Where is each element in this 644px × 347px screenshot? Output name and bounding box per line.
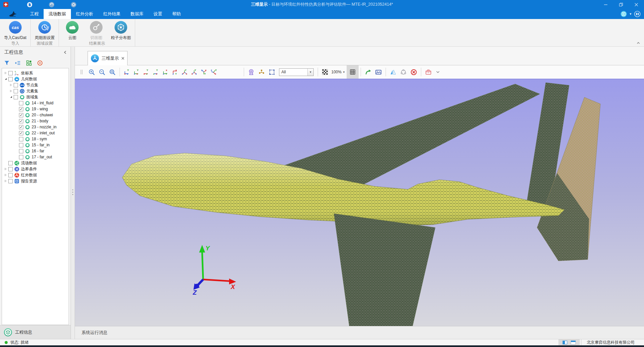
menu-item-6[interactable]: 帮助: [167, 9, 186, 19]
panel-collapse-button[interactable]: [63, 50, 67, 54]
new-document-button[interactable]: [26, 1, 34, 8]
tree-checkbox[interactable]: [8, 77, 13, 81]
locate-target-button[interactable]: [37, 60, 43, 66]
tree-row-9[interactable]: ✓23 - nozzle_in: [2, 124, 69, 130]
tree-row-2[interactable]: 节点集: [2, 82, 69, 88]
view-front-button[interactable]: xzY: [122, 65, 132, 79]
tree-checkbox[interactable]: [19, 137, 23, 141]
tree-checkbox[interactable]: ✓: [19, 113, 23, 117]
tree-checkbox[interactable]: ✓: [19, 125, 23, 129]
tree-checkbox[interactable]: [14, 89, 18, 93]
tree-checkbox[interactable]: [14, 95, 18, 99]
cas-import-button[interactable]: cas导入Cas/Dat: [1, 21, 29, 41]
tree-checkbox[interactable]: [8, 173, 13, 177]
tree-row-11[interactable]: 18 - sym: [2, 136, 69, 142]
tree-collapsed-icon[interactable]: [9, 89, 13, 93]
tree-checkbox[interactable]: [8, 71, 13, 75]
view-top-button[interactable]: zYx: [161, 65, 170, 79]
filter-funnel-button[interactable]: [4, 60, 10, 66]
theme-caret-icon[interactable]: ▼: [629, 12, 632, 16]
view-iso-se-button[interactable]: zxY: [199, 65, 209, 79]
group-view-button[interactable]: [26, 60, 32, 66]
mirror-view-button[interactable]: [388, 65, 398, 79]
panel-footer-tab[interactable]: 工程信息: [0, 325, 71, 339]
panel-splitter[interactable]: [71, 47, 75, 339]
tree-row-6[interactable]: ✓19 - wing: [2, 106, 69, 112]
undo-button[interactable]: [48, 1, 56, 8]
tab-close-button[interactable]: [121, 57, 125, 60]
menu-item-2[interactable]: 红外分析: [71, 9, 98, 19]
close-button[interactable]: [629, 0, 644, 9]
view-right-button[interactable]: zxY: [151, 65, 161, 79]
view-iso-sw-button[interactable]: Yzx: [209, 65, 218, 79]
tree-checkbox[interactable]: [8, 179, 13, 183]
cancel-operation-button[interactable]: [409, 65, 419, 79]
drag-handle-button[interactable]: [77, 65, 87, 79]
menu-item-4[interactable]: 数据库: [126, 9, 149, 19]
collapse-list-button[interactable]: [15, 60, 21, 66]
tree-collapsed-icon[interactable]: [3, 71, 8, 75]
tree-row-17[interactable]: 红外数据: [2, 172, 69, 178]
tree-row-3[interactable]: 元素集: [2, 88, 69, 94]
tree-row-1[interactable]: 几何数据: [2, 76, 69, 82]
ribbon-collapse-button[interactable]: [636, 41, 641, 45]
tree-row-4[interactable]: 面域集: [2, 94, 69, 100]
tree-checkbox[interactable]: [8, 161, 13, 165]
pinned-app-button[interactable]: [2, 1, 10, 8]
view-left-button[interactable]: xzY: [141, 65, 151, 79]
menu-item-1[interactable]: 流场数据: [44, 9, 71, 19]
tree-expanded-icon[interactable]: [9, 95, 13, 99]
tree-row-0[interactable]: Yzx坐标系: [2, 70, 69, 76]
layout-b-button[interactable]: [571, 340, 576, 345]
view-iso-nw-button[interactable]: Yxz: [189, 65, 199, 79]
tree-row-16[interactable]: 边界条件: [2, 166, 69, 172]
display-filter-combo[interactable]: All▼: [279, 68, 314, 76]
tree-collapsed-icon[interactable]: [3, 167, 8, 171]
orbit-rotate-button[interactable]: [398, 65, 409, 79]
tree-checkbox[interactable]: [8, 167, 13, 171]
tree-collapsed-icon[interactable]: [9, 83, 13, 87]
projection-camera-button[interactable]: [246, 65, 256, 79]
particle-map-button[interactable]: 粒子分布图: [108, 21, 134, 41]
tree-checkbox[interactable]: [19, 101, 23, 105]
aircraft-3d-render[interactable]: Y X Z: [75, 79, 644, 326]
tab-3d-display[interactable]: 三维显示: [88, 51, 128, 65]
view-iso-ne-button[interactable]: Yzx: [180, 65, 189, 79]
restore-button[interactable]: [613, 0, 629, 9]
zoom-in-button[interactable]: [87, 65, 97, 79]
save-image-button[interactable]: [373, 65, 384, 79]
tree-row-15[interactable]: 流场数据: [2, 160, 69, 166]
viewport-3d[interactable]: Y X Z: [75, 79, 644, 326]
export-share-button[interactable]: [363, 65, 373, 79]
menu-item-0[interactable]: 工程: [25, 9, 44, 19]
tree-collapsed-icon[interactable]: [3, 179, 8, 183]
tree-checkbox[interactable]: [19, 155, 23, 159]
tree-row-14[interactable]: 17 - far_out: [2, 154, 69, 160]
view-bottom-button[interactable]: zYx: [170, 65, 180, 79]
period-plane-button[interactable]: 周期面设置: [32, 21, 57, 41]
particle-select-button[interactable]: [256, 65, 267, 79]
tree-row-8[interactable]: ✓21 - body: [2, 118, 69, 124]
tree-row-13[interactable]: 16 - far: [2, 148, 69, 154]
combo-dropdown-arrow-icon[interactable]: ▼: [307, 69, 313, 76]
tree-row-7[interactable]: ✓20 - chuiwei: [2, 112, 69, 118]
redo-button[interactable]: [70, 1, 78, 8]
transparency-checker-button[interactable]: [320, 65, 330, 79]
tree-row-10[interactable]: ✓22 - inlet_out: [2, 130, 69, 136]
zoom-out-button[interactable]: [97, 65, 107, 79]
menu-item-3[interactable]: 红外结果: [98, 9, 126, 19]
zoom-level-select[interactable]: 100%▼: [330, 70, 347, 74]
tree-checkbox[interactable]: ✓: [19, 131, 23, 135]
tree-row-18[interactable]: 报告资源: [2, 178, 69, 184]
tree-checkbox[interactable]: [14, 83, 18, 87]
save-scene-button[interactable]: [423, 65, 434, 79]
tree-row-12[interactable]: 15 - far_in: [2, 142, 69, 148]
zoom-fit-button[interactable]: [107, 65, 118, 79]
display-grid-button[interactable]: [347, 65, 359, 79]
menu-item-5[interactable]: 设置: [149, 9, 167, 19]
theme-switch-button[interactable]: [620, 11, 627, 17]
cloud-map-button[interactable]: 云图: [60, 21, 84, 41]
help-manual-button[interactable]: [634, 11, 641, 17]
minimize-button[interactable]: [598, 0, 613, 9]
tree-row-5[interactable]: 14 - int_fluid: [2, 100, 69, 106]
